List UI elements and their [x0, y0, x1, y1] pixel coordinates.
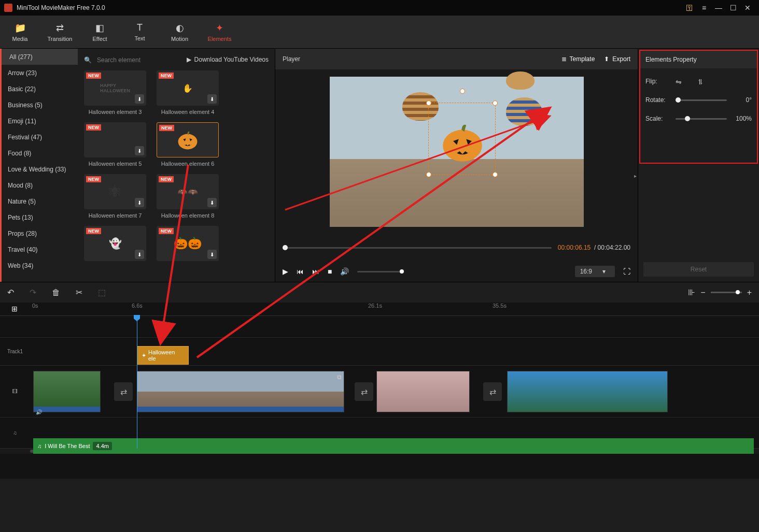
- fullscreen-button[interactable]: ⛶: [623, 267, 630, 276]
- app-title: MiniTool MovieMaker Free 7.0.0: [17, 4, 682, 11]
- video-clip[interactable]: ⧉: [137, 371, 344, 412]
- cat-travel[interactable]: Travel (40): [2, 241, 78, 257]
- video-clip[interactable]: [376, 371, 470, 412]
- download-icon[interactable]: ⬇: [135, 146, 144, 155]
- element-card[interactable]: NEWHAPPYHALLOWEEN⬇Halloween element 3: [84, 70, 146, 115]
- zoom-out-button[interactable]: −: [700, 288, 705, 297]
- scale-value: 100%: [732, 115, 752, 122]
- selection-box[interactable]: [428, 103, 496, 175]
- element-clip[interactable]: ✦Halloween ele: [137, 346, 189, 365]
- add-track-button[interactable]: ⊞: [11, 305, 18, 313]
- crop-button[interactable]: ⬚: [98, 287, 106, 297]
- cat-business[interactable]: Business (5): [2, 97, 78, 113]
- export-button[interactable]: ⬆Export: [604, 55, 630, 63]
- cat-lovewedding[interactable]: Love & Wedding (33): [2, 161, 78, 177]
- cat-web[interactable]: Web (34): [2, 257, 78, 274]
- element-card[interactable]: NEW👻⬇: [84, 226, 146, 261]
- undo-button[interactable]: ↶: [7, 287, 14, 297]
- template-button[interactable]: ≣Template: [561, 55, 595, 63]
- player-title: Player: [283, 55, 552, 63]
- download-icon[interactable]: ⬇: [207, 198, 217, 207]
- zoom-in-button[interactable]: +: [747, 288, 752, 297]
- element-card[interactable]: NEW🎃🎃⬇: [157, 226, 219, 261]
- properties-highlight-box: Elements Property Flip:⇋⥮ Rotate:0° Scal…: [639, 50, 758, 164]
- split-button[interactable]: ✂: [76, 287, 82, 297]
- fit-zoom-button[interactable]: ⊪: [688, 287, 695, 297]
- new-badge: NEW: [86, 124, 101, 131]
- cat-nature[interactable]: Nature (5): [2, 193, 78, 209]
- element-card[interactable]: NEW⬇Halloween element 5: [84, 122, 146, 167]
- close-button[interactable]: ✕: [740, 1, 755, 15]
- download-icon[interactable]: ⬇: [135, 198, 144, 207]
- preview-area[interactable]: [275, 69, 638, 234]
- redo-button[interactable]: ↷: [30, 287, 36, 297]
- progress-slider[interactable]: [283, 247, 552, 249]
- pumpkin-overlay[interactable]: [439, 119, 486, 165]
- menu-icon[interactable]: ≡: [697, 1, 711, 15]
- time-display: 00:00:06.15 / 00:04:22.00: [558, 244, 630, 251]
- cat-arrow[interactable]: Arrow (23): [2, 65, 78, 81]
- element-card[interactable]: NEW🦇🦇⬇Halloween element 8: [157, 174, 219, 219]
- time-ruler[interactable]: ⊞ 0s 6.6s 26.1s 35.5s: [0, 303, 759, 316]
- video-clip[interactable]: [507, 371, 668, 412]
- tab-effect[interactable]: ◧Effect: [80, 16, 120, 48]
- rotate-slider[interactable]: [676, 99, 727, 101]
- volume-slider[interactable]: [357, 271, 404, 272]
- audio-clip[interactable]: ♫I Will Be The Best4.4m: [33, 438, 754, 454]
- cat-emoji[interactable]: Emoji (11): [2, 113, 78, 129]
- play-button[interactable]: ▶: [283, 267, 288, 276]
- cat-festival[interactable]: Festival (47): [2, 129, 78, 145]
- aspect-ratio-select[interactable]: 16:9▾: [575, 266, 615, 277]
- download-icon[interactable]: ⬇: [207, 94, 217, 104]
- download-icon[interactable]: ⬇: [207, 250, 217, 259]
- transition-marker[interactable]: ⇄: [355, 382, 373, 401]
- download-icon[interactable]: ⬇: [135, 250, 144, 259]
- clip-copy-icon[interactable]: ⧉: [337, 373, 342, 381]
- tab-motion[interactable]: ◐Motion: [160, 16, 200, 48]
- search-input[interactable]: [97, 56, 269, 64]
- svg-point-0: [178, 134, 198, 150]
- video-clip[interactable]: 🔊: [33, 371, 101, 412]
- delete-button[interactable]: 🗑: [52, 288, 60, 297]
- element-card[interactable]: NEW🕷⬇Halloween element 7: [84, 174, 146, 219]
- transition-marker[interactable]: ⇄: [483, 382, 502, 401]
- flip-horizontal-button[interactable]: ⇋: [676, 78, 686, 85]
- cat-props[interactable]: Props (28): [2, 225, 78, 241]
- reset-button[interactable]: Reset: [643, 262, 754, 277]
- zoom-slider[interactable]: [711, 292, 742, 293]
- player-panel: Player ≣Template ⬆Export 00:00:06.15 / 0…: [275, 49, 638, 282]
- flip-vertical-button[interactable]: ⥮: [697, 78, 708, 85]
- new-badge: NEW: [86, 176, 101, 182]
- tab-elements[interactable]: ✦Elements: [200, 16, 240, 48]
- element-clip-icon: ✦: [142, 352, 146, 359]
- maximize-button[interactable]: ☐: [726, 1, 740, 15]
- cat-mood[interactable]: Mood (8): [2, 177, 78, 193]
- cat-all[interactable]: All (277): [0, 49, 78, 65]
- preview-frame: [330, 77, 584, 227]
- cat-basic[interactable]: Basic (22): [2, 81, 78, 97]
- collapse-panel-button[interactable]: ▸: [634, 173, 637, 179]
- text-icon: T: [137, 22, 143, 33]
- stop-button[interactable]: ■: [328, 267, 332, 276]
- scale-slider[interactable]: [676, 118, 727, 120]
- chevron-down-icon: ▾: [602, 268, 606, 275]
- cat-pets[interactable]: Pets (13): [2, 209, 78, 225]
- volume-icon[interactable]: 🔊: [340, 267, 349, 276]
- playhead[interactable]: [137, 316, 137, 449]
- download-icon[interactable]: ⬇: [135, 94, 144, 104]
- effect-icon: ◧: [95, 22, 104, 34]
- element-card[interactable]: NEW✋⬇Halloween element 4: [157, 70, 219, 115]
- tab-media[interactable]: 📁Media: [0, 16, 40, 48]
- minimize-button[interactable]: —: [711, 1, 726, 15]
- new-badge: NEW: [159, 73, 174, 79]
- prev-frame-button[interactable]: ⏮: [297, 267, 304, 276]
- key-icon[interactable]: ⚿: [682, 1, 697, 15]
- tab-text[interactable]: TText: [120, 16, 160, 48]
- transition-marker[interactable]: ⇄: [114, 382, 133, 401]
- cat-food[interactable]: Food (8): [2, 145, 78, 161]
- tab-transition[interactable]: ⇄Transition: [40, 16, 80, 48]
- element-card-selected[interactable]: NEW Halloween element 6: [157, 122, 219, 167]
- pumpkin-icon: [176, 128, 199, 151]
- app-logo: [4, 4, 12, 12]
- next-frame-button[interactable]: ⏭: [312, 267, 319, 276]
